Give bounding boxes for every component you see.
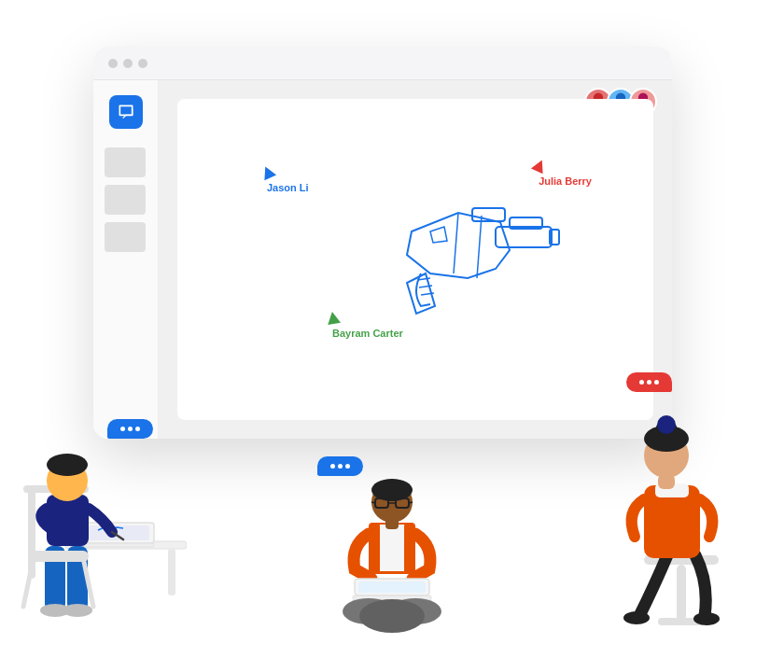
bubble-dot-4 xyxy=(639,380,644,385)
window-dot-2 xyxy=(123,59,133,68)
person-bayram xyxy=(317,457,467,644)
svg-line-12 xyxy=(477,216,482,278)
bubble-dot-1 xyxy=(120,427,125,431)
bubble-dot-8 xyxy=(338,464,343,469)
svg-rect-48 xyxy=(385,518,399,529)
svg-line-42 xyxy=(371,502,375,503)
chat-bubble-julia xyxy=(626,372,672,392)
cursor-julia: Julia Berry xyxy=(533,160,597,189)
svg-marker-13 xyxy=(430,227,447,243)
svg-rect-7 xyxy=(496,227,552,247)
chat-icon xyxy=(117,103,135,121)
cursor-label-bayram: Bayram Carter xyxy=(327,326,409,341)
sidebar-box-1 xyxy=(105,147,146,177)
window-dot-3 xyxy=(138,59,147,68)
svg-point-28 xyxy=(47,454,88,476)
person-jason xyxy=(19,373,187,616)
cursor-label-jason: Jason Li xyxy=(261,180,315,195)
svg-line-43 xyxy=(409,502,413,503)
bubble-dots-bayram xyxy=(330,464,350,469)
cursor-jason: Jason Li xyxy=(261,166,315,195)
chat-bubble-jason xyxy=(107,419,153,439)
svg-point-58 xyxy=(623,611,650,624)
sidebar-box-3 xyxy=(105,222,146,252)
chat-icon-box[interactable] xyxy=(109,95,143,129)
svg-line-11 xyxy=(454,213,458,273)
bubble-dots-julia xyxy=(639,380,659,385)
bubble-dot-3 xyxy=(135,427,140,431)
sidebar-tool-boxes xyxy=(105,147,147,252)
bubble-dot-5 xyxy=(647,380,651,385)
svg-point-59 xyxy=(693,612,720,625)
cursor-label-julia: Julia Berry xyxy=(533,174,597,189)
person-julia xyxy=(588,373,737,616)
sidebar-box-2 xyxy=(105,185,146,215)
svg-point-32 xyxy=(63,604,92,617)
svg-rect-56 xyxy=(677,565,686,621)
svg-marker-6 xyxy=(407,213,510,278)
cursor-arrow-julia xyxy=(531,158,548,175)
browser-titlebar xyxy=(93,47,672,80)
svg-rect-24 xyxy=(84,543,154,547)
bubble-dot-2 xyxy=(128,427,133,431)
bubble-dots-jason xyxy=(120,427,140,431)
bubble-dot-9 xyxy=(345,464,350,469)
chat-bubble-bayram xyxy=(317,456,363,476)
svg-point-66 xyxy=(657,415,676,434)
svg-point-54 xyxy=(359,599,425,633)
scene: Jason Li Julia Berry Bayram Carter xyxy=(0,0,784,672)
svg-rect-21 xyxy=(168,549,175,595)
window-dot-1 xyxy=(108,59,118,68)
svg-rect-33 xyxy=(28,551,89,562)
cursor-bayram: Bayram Carter xyxy=(327,312,409,341)
bubble-dot-7 xyxy=(330,464,335,469)
svg-rect-50 xyxy=(358,581,426,593)
whiteboard[interactable]: Jason Li Julia Berry Bayram Carter xyxy=(177,99,653,420)
cursor-arrow-bayram xyxy=(326,311,341,325)
bubble-dot-6 xyxy=(654,380,659,385)
cursor-arrow-jason xyxy=(259,164,276,181)
